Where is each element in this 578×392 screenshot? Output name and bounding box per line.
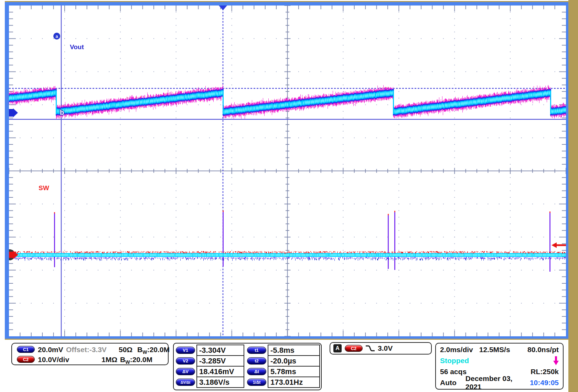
- cursor-v2-badge: V2: [176, 357, 195, 364]
- cursor-v2-value: -3.285V: [196, 355, 244, 367]
- plot-frame-top: [5, 2, 568, 6]
- cursor-dv-badge: ΔV: [176, 368, 195, 375]
- plot-frame-left: [5, 2, 9, 339]
- c2-scale: 10.0V/div: [38, 356, 69, 364]
- acq-count: 56 acqs: [440, 368, 467, 376]
- c1-bandwidth: BW:20.0M: [137, 346, 170, 355]
- cursor-b-label: b: [60, 109, 64, 116]
- c1-scale: 20.0mV: [38, 346, 63, 354]
- cursor-invdt-badge: 1/Δt: [247, 379, 266, 386]
- ch1-waveform-label: Vout: [70, 43, 84, 51]
- waveform-display[interactable]: [9, 6, 566, 336]
- record-length: RL:250k: [531, 368, 559, 376]
- cursor-dvdt-value: 3.186V/s: [196, 377, 244, 388]
- cursor-t1-badge: t1: [247, 347, 266, 354]
- trigger-source-badge[interactable]: C2: [345, 345, 363, 352]
- trigger-mode: Auto: [440, 379, 457, 387]
- acq-time: 10:49:05: [530, 379, 559, 387]
- trigger-source-label: C2: [351, 346, 357, 351]
- c1-termination: 50Ω: [119, 346, 132, 354]
- c2-badge-label: C2: [23, 357, 29, 362]
- falling-edge-icon: [366, 345, 375, 352]
- plot-frame-right: [566, 2, 568, 339]
- cursor-t2-value: -20.0µs: [268, 355, 320, 367]
- trigger-panel[interactable]: A C2 3.0V: [330, 342, 432, 355]
- sample-rate: 12.5MS/s: [479, 346, 510, 354]
- timebase: 2.0ms/div: [440, 346, 473, 354]
- cursor-a-label: a: [55, 34, 58, 39]
- bezel-right: [568, 0, 578, 392]
- cursor-t1-value: -5.8ms: [268, 345, 320, 356]
- acquisition-status: Stopped: [440, 357, 469, 365]
- channel-c2-badge[interactable]: C2: [17, 356, 35, 363]
- ch2-waveform-label: SW: [39, 184, 49, 192]
- c2-termination: 1MΩ: [101, 356, 117, 364]
- oscilloscope-screen: a b Vout SW C1 20.0mV Offset:-3.3V 50Ω B…: [0, 0, 578, 392]
- cursor-dvdt-badge: ΔV/Δt: [176, 379, 195, 386]
- trigger-position-arrow-icon: [553, 356, 559, 366]
- cursor-readout-panel[interactable]: V1 V2 ΔV ΔV/Δt -3.304V -3.285V 18.416mV …: [173, 343, 322, 390]
- trigger-level: 3.0V: [378, 344, 393, 352]
- c2-bandwidth: BW:20.0M: [120, 356, 152, 365]
- cursor-a-marker[interactable]: a: [53, 33, 60, 40]
- trigger-a-badge: A: [333, 344, 342, 352]
- plot-frame-bottom: [5, 336, 568, 339]
- cursor-dt-value: 5.78ms: [268, 366, 320, 377]
- acq-date: December 03, 2021: [465, 374, 530, 391]
- cursor-dv-value: 18.416mV: [196, 366, 244, 377]
- cursor-invdt-value: 173.01Hz: [268, 377, 320, 388]
- sample-resolution: 80.0ns/pt: [527, 346, 559, 354]
- acquisition-panel[interactable]: 2.0ms/div 12.5MS/s 80.0ns/pt Stopped 56 …: [435, 343, 564, 390]
- cursor-v1-badge: V1: [176, 347, 195, 354]
- cursor-v1-value: -3.304V: [196, 345, 244, 356]
- bezel-bottom-line: [5, 339, 578, 340]
- cursor-t2-badge: t2: [247, 357, 266, 364]
- c1-offset: Offset:-3.3V: [66, 346, 107, 354]
- channel-c1-badge[interactable]: C1: [17, 346, 35, 353]
- cursor-dt-badge: Δt: [247, 368, 266, 375]
- cursor-b-marker[interactable]: b: [60, 109, 64, 117]
- channel-settings-panel[interactable]: C1 20.0mV Offset:-3.3V 50Ω BW:20.0M C2 1…: [11, 343, 169, 365]
- c1-badge-label: C1: [23, 347, 29, 352]
